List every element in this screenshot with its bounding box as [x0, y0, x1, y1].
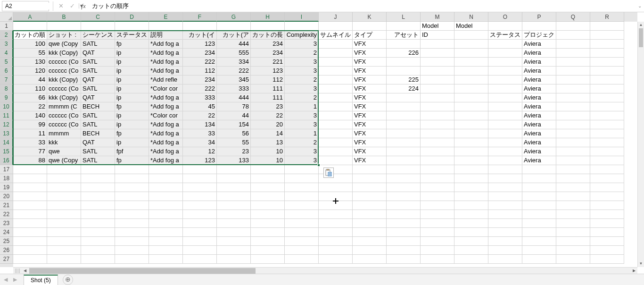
cell-O22[interactable] [488, 210, 522, 219]
row-header-5[interactable]: 5 [0, 58, 13, 67]
cell-O2[interactable]: ステータス [488, 31, 522, 40]
cell-N18[interactable] [454, 174, 488, 183]
cell-Q6[interactable] [556, 67, 590, 75]
cell-H19[interactable] [251, 183, 285, 192]
cell-K1[interactable] [353, 22, 387, 31]
cell-G8[interactable]: 333 [217, 84, 251, 93]
cell-J27[interactable] [319, 255, 353, 264]
cell-O16[interactable] [488, 156, 522, 165]
cell-B26[interactable] [47, 246, 81, 255]
cell-D2[interactable]: ステータス [115, 31, 149, 40]
enter-icon[interactable]: ✓ [66, 2, 78, 9]
cell-A1[interactable] [13, 22, 47, 31]
cell-I14[interactable]: 2 [285, 138, 319, 147]
cell-J2[interactable]: サムネイル [319, 31, 353, 40]
cell-M12[interactable] [421, 120, 454, 129]
cell-R18[interactable] [590, 174, 624, 183]
cell-N26[interactable] [454, 246, 488, 255]
cell-H15[interactable]: 10 [251, 147, 285, 156]
cell-L17[interactable] [387, 165, 421, 174]
cell-M25[interactable] [421, 237, 454, 246]
column-header-R[interactable]: R [590, 12, 624, 22]
cell-O14[interactable] [488, 138, 522, 147]
cell-B4[interactable]: kkk (Copy) [47, 49, 81, 58]
formula-expand-icon[interactable]: ⌄ [636, 3, 644, 8]
cell-R2[interactable] [590, 31, 624, 40]
cell-A19[interactable] [13, 183, 47, 192]
scroll-down-icon[interactable]: ▼ [638, 260, 644, 267]
cell-P25[interactable] [522, 237, 556, 246]
cell-P13[interactable]: Aviera [522, 129, 556, 138]
cell-L5[interactable] [387, 58, 421, 67]
paste-options-button[interactable] [323, 168, 334, 178]
cell-H17[interactable] [251, 165, 285, 174]
cell-F8[interactable]: 222 [183, 84, 217, 93]
cell-R21[interactable] [590, 201, 624, 210]
cell-C24[interactable] [81, 228, 115, 237]
cell-B8[interactable]: cccccc (Co [47, 84, 81, 93]
cell-H11[interactable]: 22 [251, 111, 285, 120]
cell-A20[interactable] [13, 192, 47, 201]
cell-G26[interactable] [217, 246, 251, 255]
cell-I9[interactable]: 2 [285, 93, 319, 102]
cell-L21[interactable] [387, 201, 421, 210]
cell-K18[interactable] [353, 174, 387, 183]
column-header-M[interactable]: M [421, 12, 454, 22]
cell-F9[interactable]: 333 [183, 93, 217, 102]
cell-G14[interactable]: 55 [217, 138, 251, 147]
cell-N20[interactable] [454, 192, 488, 201]
cell-L12[interactable] [387, 120, 421, 129]
cell-L4[interactable]: 226 [387, 49, 421, 58]
cell-Q26[interactable] [556, 246, 590, 255]
cell-E22[interactable] [149, 210, 183, 219]
cell-K20[interactable] [353, 192, 387, 201]
cell-K19[interactable] [353, 183, 387, 192]
cell-J3[interactable] [319, 40, 353, 49]
cell-J6[interactable] [319, 67, 353, 75]
cell-C7[interactable]: QAT [81, 75, 115, 84]
cell-L18[interactable] [387, 174, 421, 183]
cell-N12[interactable] [454, 120, 488, 129]
cell-D3[interactable]: fp [115, 40, 149, 49]
cell-G23[interactable] [217, 219, 251, 228]
cell-P4[interactable]: Aviera [522, 49, 556, 58]
cell-H26[interactable] [251, 246, 285, 255]
cell-B1[interactable] [47, 22, 81, 31]
cell-B17[interactable] [47, 165, 81, 174]
cell-D27[interactable] [115, 255, 149, 264]
cell-L23[interactable] [387, 219, 421, 228]
cell-M23[interactable] [421, 219, 454, 228]
cell-J14[interactable] [319, 138, 353, 147]
cell-M9[interactable] [421, 93, 454, 102]
cell-M19[interactable] [421, 183, 454, 192]
cell-D24[interactable] [115, 228, 149, 237]
cell-L14[interactable] [387, 138, 421, 147]
cell-D26[interactable] [115, 246, 149, 255]
cell-K6[interactable]: VFX [353, 67, 387, 75]
cell-P23[interactable] [522, 219, 556, 228]
column-header-N[interactable]: N [454, 12, 488, 22]
cell-Q10[interactable] [556, 102, 590, 111]
sheet-first-icon[interactable]: ◀ [4, 277, 8, 283]
cell-I21[interactable] [285, 201, 319, 210]
cell-C5[interactable]: SATL [81, 58, 115, 67]
cell-D8[interactable]: ip [115, 84, 149, 93]
cell-F21[interactable] [183, 201, 217, 210]
cell-J7[interactable] [319, 75, 353, 84]
column-header-L[interactable]: L [387, 12, 421, 22]
cell-D25[interactable] [115, 237, 149, 246]
cell-J26[interactable] [319, 246, 353, 255]
cell-R15[interactable] [590, 147, 624, 156]
cell-I17[interactable] [285, 165, 319, 174]
cell-D4[interactable]: ip [115, 49, 149, 58]
cell-P17[interactable] [522, 165, 556, 174]
cell-B7[interactable]: kkk (Copy) [47, 75, 81, 84]
cell-B15[interactable]: qwe [47, 147, 81, 156]
cell-C9[interactable]: QAT [81, 93, 115, 102]
cell-M13[interactable] [421, 129, 454, 138]
cell-O19[interactable] [488, 183, 522, 192]
cell-H1[interactable] [251, 22, 285, 31]
column-header-O[interactable]: O [488, 12, 522, 22]
cell-D6[interactable]: ip [115, 67, 149, 75]
cell-A14[interactable]: 33 [13, 138, 47, 147]
